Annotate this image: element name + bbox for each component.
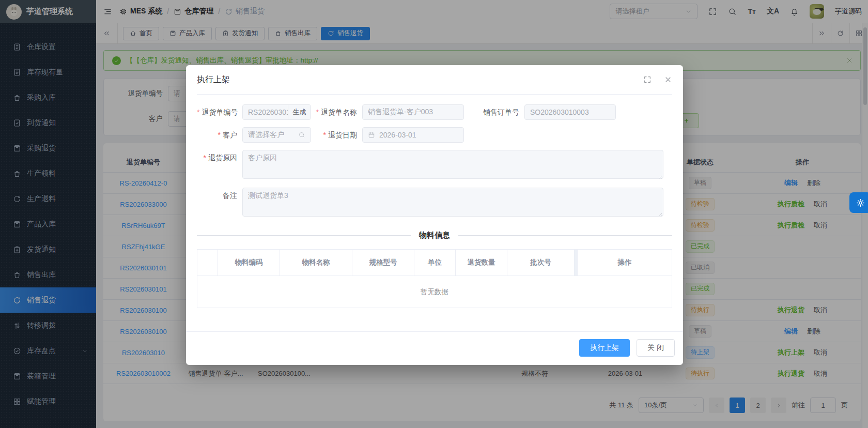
- remark-textarea-wrap: 测试退货单3: [242, 188, 663, 218]
- material-column-退货数量: 退货数量: [456, 250, 507, 276]
- dialog-close-icon[interactable]: [664, 75, 672, 84]
- close-button[interactable]: 关 闭: [637, 339, 675, 357]
- settings-fab-button[interactable]: [849, 192, 868, 213]
- return-date-input[interactable]: 2026-03-01: [362, 127, 464, 143]
- remark-label: 备注: [197, 188, 242, 203]
- search-icon: [298, 131, 305, 139]
- return-code-value: RS202603010003: [248, 108, 288, 116]
- material-table-header: 物料编码物料名称规格型号单位退货数量批次号操作: [197, 250, 672, 276]
- dialog-header: 执行上架: [186, 65, 683, 94]
- date-label: 退货日期: [311, 127, 362, 143]
- confirm-putaway-button[interactable]: 执行上架: [579, 339, 630, 357]
- customer-select[interactable]: 请选择客户: [242, 127, 311, 143]
- material-table: 物料编码物料名称规格型号单位退货数量批次号操作 暂无数据: [197, 249, 672, 308]
- form-row-3: 退货原因: [197, 150, 672, 180]
- code-label: 退货单编号: [197, 104, 242, 120]
- customer-placeholder: 请选择客户: [248, 130, 298, 140]
- dialog-footer: 执行上架 关 闭: [186, 331, 683, 365]
- return-date-value: 2026-03-01: [379, 131, 458, 139]
- material-column-批次号: 批次号: [507, 250, 575, 276]
- material-section-divider: 物料信息: [197, 231, 672, 240]
- screen: 芋道管理系统 仓库设置库存现有量采购入库到货通知采购退货生产领料生产退料产品入库…: [0, 0, 868, 428]
- sales-order-input[interactable]: SO202603010003: [524, 104, 616, 120]
- material-section-title: 物料信息: [419, 231, 450, 240]
- material-column-物料名称: 物料名称: [280, 250, 352, 276]
- material-column-操作: 操作: [578, 250, 672, 276]
- reason-textarea-wrap: [242, 150, 663, 180]
- return-name-value: 销售退货单-客户003: [368, 108, 458, 117]
- material-column-blank: [197, 250, 218, 276]
- form-row-2: 客户 请选择客户 退货日期 2026-03-01: [197, 127, 672, 143]
- return-name-input[interactable]: 销售退货单-客户003: [362, 104, 464, 120]
- form-row-1: 退货单编号 RS202603010003 生成 退货单名称 销售退货单-客户00…: [197, 104, 672, 120]
- dialog-maximize-icon[interactable]: [643, 75, 652, 84]
- material-column-物料编码: 物料编码: [218, 250, 280, 276]
- dialog-title: 执行上架: [197, 74, 631, 85]
- calendar-icon: [368, 131, 375, 139]
- sales-order-value: SO202603010003: [530, 108, 610, 116]
- reason-textarea[interactable]: [242, 150, 663, 179]
- generate-button[interactable]: 生成: [288, 105, 311, 119]
- customer-label: 客户: [197, 127, 242, 143]
- name-label: 退货单名称: [311, 104, 362, 120]
- material-empty-text: 暂无数据: [197, 276, 672, 308]
- reason-label: 退货原因: [197, 150, 242, 165]
- return-code-input[interactable]: RS202603010003 生成: [242, 104, 311, 120]
- material-column-单位: 单位: [414, 250, 456, 276]
- order-label: 销售订单号: [464, 104, 524, 120]
- remark-textarea[interactable]: 测试退货单3: [242, 188, 663, 217]
- execute-putaway-dialog: 执行上架 退货单编号 RS202603010003 生成 退货单名称 销售退货单…: [186, 65, 683, 365]
- material-column-规格型号: 规格型号: [352, 250, 414, 276]
- form-row-4: 备注 测试退货单3: [197, 188, 672, 218]
- dialog-body: 退货单编号 RS202603010003 生成 退货单名称 销售退货单-客户00…: [186, 95, 683, 308]
